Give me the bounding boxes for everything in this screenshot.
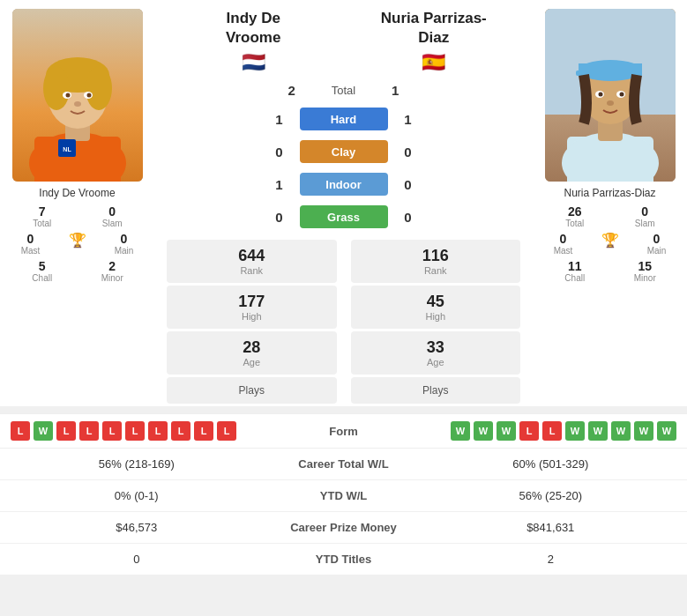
svg-point-28 (598, 93, 602, 97)
form-badge-right: W (657, 421, 676, 441)
left-plays-box: Plays (167, 377, 337, 404)
right-flag: 🇪🇸 (344, 51, 525, 74)
left-chall-cell: 5 Chall (22, 259, 62, 283)
hard-badge: Hard (300, 108, 388, 130)
form-badge-right: W (611, 421, 631, 441)
right-name-center: Nuria Parrizas- Diaz 🇪🇸 (344, 9, 525, 74)
form-badge-right: L (519, 421, 539, 441)
form-badge-left: L (148, 421, 168, 441)
surface-clay-row: 0 Clay 0 (159, 140, 528, 163)
form-badge-right: W (497, 421, 516, 441)
left-player-column: NL Indy De Vroome 7 Total 0 Slam (0, 9, 154, 406)
form-badge-right: W (565, 421, 585, 441)
form-badge-left: L (79, 421, 99, 441)
right-main-cell: 0 Main (637, 232, 676, 256)
form-badge-left: L (125, 421, 145, 441)
left-stat-row-2: 0 Mast 🏆 0 Main (7, 232, 147, 256)
center-column: Indy De Vroome 🇳🇱 Nuria Parrizas- Diaz 🇪… (154, 9, 533, 406)
players-section: NL Indy De Vroome 7 Total 0 Slam (0, 0, 687, 406)
form-badge-left: L (11, 421, 30, 441)
right-player-column: Nuria Parrizas-Diaz 26 Total 0 Slam 0 (533, 9, 687, 406)
right-rank-box: 116 Rank (351, 240, 521, 283)
right-stats-block: 26 Total 0 Slam 0 Mast 🏆 (540, 204, 680, 283)
form-right-badges: WWWLLWWWWW (451, 421, 676, 441)
form-badge-left: L (171, 421, 190, 441)
svg-point-13 (74, 101, 81, 107)
left-mast-cell: 0 Mast (11, 232, 50, 256)
right-stat-row-1: 26 Total 0 Slam (540, 204, 680, 228)
left-player-photo: NL (12, 9, 143, 182)
surface-hard-row: 1 Hard 1 (159, 108, 528, 130)
svg-rect-3 (34, 137, 121, 182)
svg-point-8 (86, 66, 112, 110)
left-total-cell: 7 Total (22, 204, 62, 228)
form-badge-left: L (217, 421, 236, 441)
surface-total-row: 2 Total 1 (159, 83, 528, 98)
svg-rect-24 (579, 63, 642, 76)
stats-row: 0 YTD Titles 2 (0, 544, 687, 575)
main-container: NL Indy De Vroome 7 Total 0 Slam (0, 0, 687, 575)
left-trophy: 🏆 (57, 232, 97, 256)
form-badge-left: L (56, 421, 76, 441)
career-stats-table: 56% (218-169) Career Total W/L 60% (501-… (0, 449, 687, 575)
form-left-badges: LWLLLLLLLL (11, 421, 236, 441)
grass-badge: Grass (300, 205, 388, 228)
form-badge-right: W (588, 421, 608, 441)
right-player-photo (545, 9, 676, 182)
right-high-box: 45 High (351, 286, 521, 329)
left-stat-row-1: 7 Total 0 Slam (7, 204, 147, 228)
form-badge-right: L (542, 421, 562, 441)
right-trophy: 🏆 (590, 232, 630, 256)
right-total-cell: 26 Total (555, 204, 594, 228)
left-minor-cell: 2 Minor (93, 259, 132, 283)
left-high-box: 177 High (167, 286, 337, 329)
stats-row: $46,573 Career Prize Money $841,631 (0, 512, 687, 544)
form-badge-right: W (634, 421, 653, 441)
right-mast-cell: 0 Mast (543, 232, 583, 256)
form-badge-right: W (451, 421, 470, 441)
svg-point-30 (607, 100, 614, 106)
right-stat-row-3: 11 Chall 15 Minor (540, 259, 680, 283)
left-main-cell: 0 Main (104, 232, 144, 256)
surface-indoor-row: 1 Indoor 0 (159, 173, 528, 196)
clay-badge: Clay (300, 140, 388, 163)
left-name-center: Indy De Vroome 🇳🇱 (163, 9, 344, 74)
left-rank-box: 644 Rank (167, 240, 337, 283)
left-stats-block: 7 Total 0 Slam 0 Mast 🏆 (7, 204, 147, 283)
center-stats-row: 644 Rank 177 High 28 Age Plays (154, 237, 533, 406)
left-flag: 🇳🇱 (163, 51, 344, 74)
form-badge-left: L (194, 421, 213, 441)
left-slam-cell: 0 Slam (93, 204, 132, 228)
right-age-box: 33 Age (351, 331, 521, 375)
form-section: LWLLLLLLLL Form WWWLLWWWWW (0, 413, 687, 449)
right-slam-cell: 0 Slam (625, 204, 665, 228)
right-chall-cell: 11 Chall (555, 259, 594, 283)
svg-point-7 (43, 66, 70, 110)
left-player-name-bottom: Indy De Vroome (0, 187, 154, 199)
right-center-stats: 116 Rank 45 High 33 Age Plays (346, 237, 526, 406)
surfaces-block: 2 Total 1 1 Hard 1 0 Clay 0 (154, 79, 533, 232)
form-badge-right: W (474, 421, 493, 441)
form-badge-left: W (34, 421, 53, 441)
form-badge-left: L (102, 421, 122, 441)
svg-text:NL: NL (63, 146, 71, 152)
left-center-stats: 644 Rank 177 High 28 Age Plays (161, 237, 342, 406)
left-age-box: 28 Age (167, 331, 337, 375)
names-row: Indy De Vroome 🇳🇱 Nuria Parrizas- Diaz 🇪… (154, 9, 533, 74)
stats-row: 0% (0-1) YTD W/L 56% (25-20) (0, 480, 687, 512)
form-label: Form (236, 425, 451, 438)
right-plays-box: Plays (351, 377, 521, 404)
right-player-name-bottom: Nuria Parrizas-Diaz (533, 187, 687, 199)
right-minor-cell: 15 Minor (625, 259, 665, 283)
indoor-badge: Indoor (300, 173, 388, 196)
svg-point-11 (65, 93, 70, 98)
left-stat-row-3: 5 Chall 2 Minor (7, 259, 147, 283)
surface-grass-row: 0 Grass 0 (159, 205, 528, 228)
svg-point-29 (619, 93, 624, 97)
right-stat-row-2: 0 Mast 🏆 0 Main (540, 232, 680, 256)
stats-row: 56% (218-169) Career Total W/L 60% (501-… (0, 449, 687, 480)
svg-point-12 (86, 93, 91, 98)
